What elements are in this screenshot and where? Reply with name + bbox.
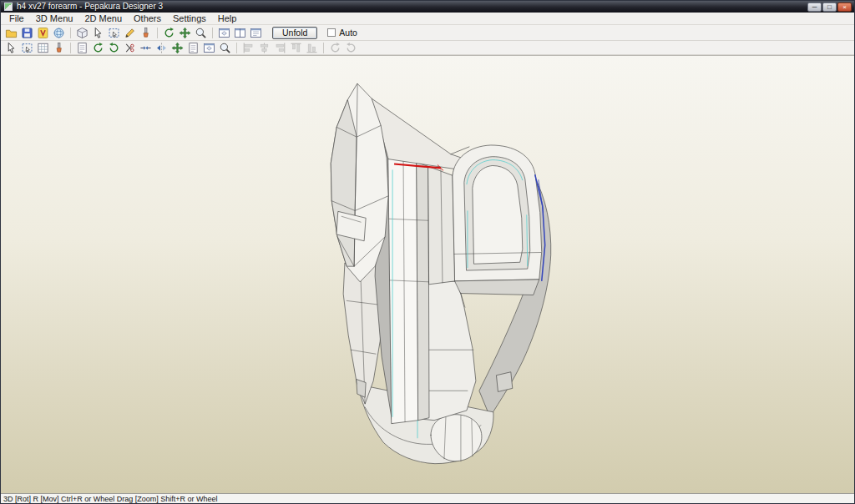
align-bottom-icon[interactable]	[304, 41, 320, 54]
select-part-icon[interactable]	[3, 41, 19, 54]
checkbox-box[interactable]	[327, 28, 336, 37]
divide-edge-icon[interactable]	[122, 41, 138, 54]
secondary-toolbar	[1, 41, 854, 55]
zoom-view-icon[interactable]	[193, 26, 209, 39]
toolbar-separator	[70, 43, 71, 53]
pepakura-designer-window: h4 xv27 forearm - Pepakura Designer 3 ─ …	[0, 0, 855, 504]
unfold-button[interactable]: Unfold	[272, 27, 317, 39]
texture-view-icon[interactable]	[51, 26, 67, 39]
flip-part-icon[interactable]	[154, 41, 169, 54]
check-sheet-icon[interactable]	[185, 41, 201, 54]
status-text: 3D [Rot] R [Mov] Ctrl+R or Wheel Drag [Z…	[3, 495, 218, 503]
align-right-icon[interactable]	[272, 41, 288, 54]
menu-settings[interactable]: Settings	[167, 13, 212, 24]
forearm-armor-3d-model	[1, 56, 854, 493]
redo-arrange-icon[interactable]	[343, 41, 359, 54]
undo-arrange-icon[interactable]	[327, 41, 343, 54]
menu-3d-menu[interactable]: 3D Menu	[30, 13, 79, 24]
arrange-parts-icon[interactable]	[169, 41, 185, 54]
auto-label: Auto	[339, 28, 357, 38]
maximize-button[interactable]: □	[822, 3, 837, 12]
align-top-icon[interactable]	[288, 41, 304, 54]
toolbar-separator	[157, 28, 158, 38]
menu-others[interactable]: Others	[128, 13, 167, 24]
status-bar: 3D [Rot] R [Mov] Ctrl+R or Wheel Drag [Z…	[1, 493, 854, 503]
align-left-icon[interactable]	[240, 41, 256, 54]
toolbar-separator	[70, 28, 71, 38]
menu-file[interactable]: File	[3, 13, 30, 24]
rotate-part-left-icon[interactable]	[90, 41, 106, 54]
paint-tool-icon[interactable]	[138, 26, 154, 39]
select-box-icon[interactable]	[106, 26, 122, 39]
menu-help[interactable]: Help	[212, 13, 243, 24]
toolbar-separator	[323, 43, 324, 53]
select-arrow-icon[interactable]	[90, 26, 106, 39]
select-box-2d-icon[interactable]	[19, 41, 35, 54]
rotate-part-right-icon[interactable]	[106, 41, 122, 54]
pepakura-file-icon[interactable]	[35, 26, 51, 39]
view-both-windows-icon[interactable]	[232, 26, 248, 39]
view-3d-window-icon[interactable]	[216, 26, 232, 39]
rotate-view-icon[interactable]	[161, 26, 177, 39]
title-bar[interactable]: h4 xv27 forearm - Pepakura Designer 3 ─ …	[1, 1, 854, 13]
main-toolbar: Unfold Auto	[1, 25, 854, 41]
minimize-button[interactable]: ─	[807, 3, 822, 12]
menu-bar: File 3D Menu 2D Menu Others Settings Hel…	[1, 13, 854, 25]
zoom-2d-icon[interactable]	[217, 41, 233, 54]
view-2d-window-icon[interactable]	[248, 26, 264, 39]
join-edge-icon[interactable]	[138, 41, 154, 54]
pen-tool-icon[interactable]	[122, 26, 138, 39]
save-icon[interactable]	[19, 26, 35, 39]
grid-snap-icon[interactable]	[35, 41, 51, 54]
toolbar-separator	[236, 43, 237, 53]
viewport-3d[interactable]	[1, 55, 854, 493]
auto-unfold-checkbox[interactable]: Auto	[327, 28, 357, 38]
close-button[interactable]: ×	[837, 3, 852, 12]
toolbar-separator	[212, 28, 213, 38]
pan-view-icon[interactable]	[177, 26, 193, 39]
app-icon	[4, 3, 13, 11]
sheet-settings-icon[interactable]	[74, 41, 90, 54]
menu-2d-menu[interactable]: 2D Menu	[78, 13, 128, 24]
window-title: h4 xv27 forearm - Pepakura Designer 3	[17, 1, 807, 13]
align-center-icon[interactable]	[256, 41, 272, 54]
print-range-icon[interactable]	[201, 41, 217, 54]
solid-view-icon[interactable]	[74, 26, 90, 39]
paint-2d-icon[interactable]	[51, 41, 67, 54]
open-file-icon[interactable]	[3, 26, 19, 39]
